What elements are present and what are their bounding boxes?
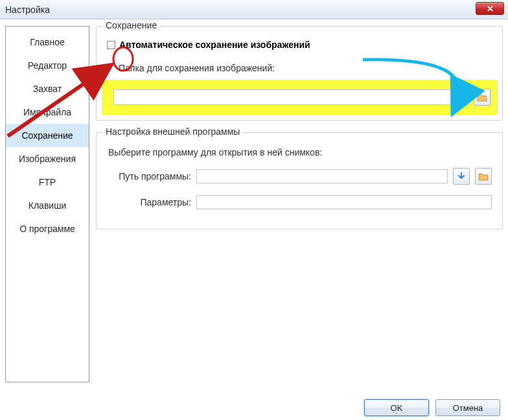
save-group-title: Сохранение [103,20,159,30]
save-groupbox: Сохранение Автоматическое сохранение изо… [96,26,503,121]
folder-label: Папка для сохранения изображений: [119,63,492,73]
folder-highlight [102,80,497,115]
sidebar-item-about[interactable]: О программе [6,217,89,240]
program-params-row: Параметры: [107,195,492,209]
sidebar-item-filename[interactable]: Имя файла [6,100,89,124]
close-button[interactable]: ✕ [476,2,504,15]
sidebar-item-save[interactable]: Сохранение [6,124,89,147]
folder-icon [477,93,487,102]
sidebar-item-main[interactable]: Главное [6,30,89,54]
program-path-row: Путь программы: [107,168,492,185]
download-arrow-icon [458,172,465,180]
sidebar: Главное Редактор Захват Имя файла Сохран… [5,26,89,382]
folder-input[interactable] [113,89,470,105]
sidebar-item-ftp[interactable]: FTP [6,170,89,194]
content: Сохранение Автоматическое сохранение изо… [96,26,503,382]
sidebar-item-editor[interactable]: Редактор [6,54,89,77]
dialog-buttons: OK Отмена [364,399,500,416]
browse-program-button[interactable] [475,168,492,185]
program-path-label: Путь программы: [107,171,191,181]
titlebar: Настройка ✕ [0,0,508,19]
autosave-row: Автоматическое сохранение изображений [107,40,492,50]
external-group-title: Настройка внешней программы [103,126,242,137]
close-icon: ✕ [487,5,494,13]
window-title: Настройка [5,5,50,15]
browse-folder-button[interactable] [474,89,491,106]
program-path-input[interactable] [196,169,448,183]
cancel-button[interactable]: Отмена [435,399,500,416]
external-select-label: Выберите программу для открытия в ней сн… [108,147,492,158]
download-program-button[interactable] [453,168,470,185]
window-body: Главное Редактор Захват Имя файла Сохран… [0,19,508,382]
sidebar-item-keys[interactable]: Клавиши [6,194,89,217]
ok-button[interactable]: OK [364,399,429,416]
autosave-label: Автоматическое сохранение изображений [119,40,310,50]
program-params-input[interactable] [196,195,492,209]
sidebar-item-capture[interactable]: Захват [6,77,89,100]
sidebar-item-images[interactable]: Изображения [6,147,89,170]
external-groupbox: Настройка внешней программы Выберите про… [96,132,503,229]
program-params-label: Параметры: [107,197,191,207]
autosave-checkbox[interactable] [107,41,115,49]
folder-icon [478,172,489,181]
